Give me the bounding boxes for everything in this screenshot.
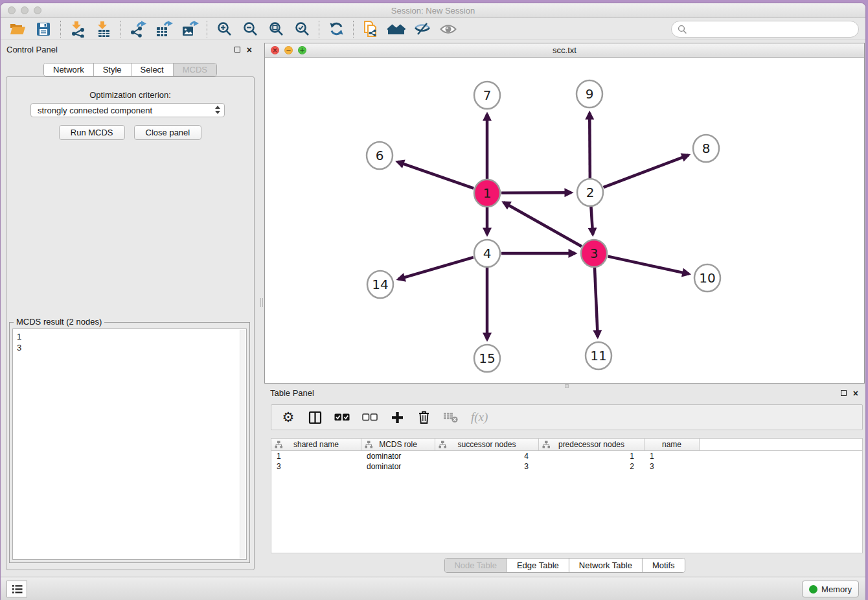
memory-status-icon <box>809 585 817 594</box>
cell-shared-name[interactable]: 1 <box>271 451 361 461</box>
graph-node-2[interactable]: 2 <box>577 179 603 206</box>
cell-name[interactable]: 1 <box>645 451 700 461</box>
table-tab-edge-table[interactable]: Edge Table <box>507 559 569 572</box>
network-canvas[interactable]: 7968124314101511 <box>265 58 864 383</box>
graph-node-4[interactable]: 4 <box>474 240 500 267</box>
zoom-selected-button[interactable] <box>289 19 315 39</box>
delete-column-button[interactable] <box>417 410 431 424</box>
table-row-1[interactable]: 3dominator323 <box>271 461 862 472</box>
graph-edge-3-11[interactable] <box>595 268 598 337</box>
hide-graphics-button[interactable] <box>409 19 435 39</box>
close-panel-icon[interactable]: × <box>247 45 252 55</box>
export-network-button[interactable] <box>125 19 151 39</box>
graph-edge-3-1[interactable] <box>503 202 582 246</box>
zoom-fit-button[interactable] <box>263 19 289 39</box>
export-table-button[interactable] <box>151 19 177 39</box>
open-session-button[interactable] <box>5 19 30 39</box>
export-image-button[interactable] <box>177 19 203 39</box>
toolbar-separator <box>120 21 121 38</box>
graph-edge-2-9[interactable] <box>589 113 590 178</box>
show-graphics-button[interactable] <box>435 19 461 39</box>
home-button[interactable] <box>383 19 409 39</box>
graph-node-3[interactable]: 3 <box>581 240 607 267</box>
graph-node-10[interactable]: 10 <box>694 264 720 292</box>
cell-successor-nodes[interactable]: 3 <box>435 461 539 472</box>
cell-shared-name[interactable]: 3 <box>271 461 361 472</box>
zoom-out-button[interactable] <box>237 19 263 39</box>
select-all-button[interactable] <box>334 413 350 421</box>
graph-node-6[interactable]: 6 <box>367 142 393 169</box>
graph-node-15[interactable]: 15 <box>474 345 500 372</box>
table-tab-node-table[interactable]: Node Table <box>444 559 507 572</box>
cell-predecessor-nodes[interactable]: 1 <box>539 451 645 461</box>
import-table-button[interactable] <box>91 19 117 39</box>
add-column-button[interactable] <box>390 411 404 424</box>
tab-mcds[interactable]: MCDS <box>173 63 216 76</box>
function-builder-button[interactable]: f(x) <box>471 410 488 424</box>
graph-edge-2-3[interactable] <box>591 207 593 235</box>
toolbar-separator <box>60 21 61 38</box>
hierarchy-icon <box>439 441 446 448</box>
cell-name[interactable]: 3 <box>645 461 700 472</box>
graph-node-8[interactable]: 8 <box>693 135 719 162</box>
apply-layout-button[interactable] <box>323 19 349 39</box>
table-tab-network-table[interactable]: Network Table <box>569 559 642 572</box>
table-panel-title: Table Panel <box>270 388 314 398</box>
graph-edge-2-8[interactable] <box>604 155 689 187</box>
mcds-result-text[interactable]: 13 <box>12 329 247 560</box>
column-visibility-button[interactable] <box>308 411 322 424</box>
close-panel-button[interactable]: Close panel <box>134 125 202 140</box>
search-input[interactable] <box>687 25 852 34</box>
deselect-all-button[interactable] <box>362 413 378 421</box>
graph-node-14[interactable]: 14 <box>367 271 393 298</box>
close-table-panel-icon[interactable]: × <box>853 388 858 398</box>
cell-mcds-role[interactable]: dominator <box>361 461 435 472</box>
table-toolbar: ⚙ <box>271 404 863 430</box>
save-session-button[interactable] <box>30 19 56 39</box>
column-header-predecessor-nodes[interactable]: predecessor nodes <box>539 439 645 450</box>
export-table-icon <box>155 21 173 38</box>
column-header-shared-name[interactable]: shared name <box>271 439 361 450</box>
delete-table-button[interactable] <box>443 411 459 423</box>
cell-predecessor-nodes[interactable]: 2 <box>539 461 645 472</box>
tab-select[interactable]: Select <box>131 63 173 76</box>
toolbar-separator <box>353 21 354 38</box>
tab-style[interactable]: Style <box>93 63 131 76</box>
graph-edge-1-2[interactable] <box>501 192 571 193</box>
cell-mcds-role[interactable]: dominator <box>361 451 435 461</box>
graph-node-9[interactable]: 9 <box>577 80 602 108</box>
graph-edge-3-10[interactable] <box>608 257 689 274</box>
criterion-select[interactable]: strongly connected component <box>30 103 225 117</box>
float-panel-icon[interactable] <box>234 47 240 52</box>
copy-network-button[interactable] <box>358 19 383 39</box>
cell-successor-nodes[interactable]: 4 <box>435 451 539 461</box>
table-row-0[interactable]: 1dominator411 <box>271 451 862 461</box>
result-scrollbar[interactable] <box>240 330 246 559</box>
column-header-name[interactable]: name <box>645 439 700 450</box>
graph-node-7[interactable]: 7 <box>474 82 500 109</box>
graph-node-11[interactable]: 11 <box>586 342 611 369</box>
run-mcds-button[interactable]: Run MCDS <box>59 125 125 140</box>
main-region: Control Panel × NetworkStyleSelectMCDS O… <box>1 40 865 577</box>
search-box[interactable] <box>671 21 859 38</box>
column-header-successor-nodes[interactable]: successor nodes <box>435 439 539 450</box>
graph-edge-1-6[interactable] <box>397 162 474 189</box>
graph-edge-4-14[interactable] <box>398 257 474 279</box>
tab-network[interactable]: Network <box>44 63 93 76</box>
toolbar-separator <box>207 21 207 38</box>
zoom-in-button[interactable] <box>211 19 237 39</box>
graph-node-1[interactable]: 1 <box>474 179 500 207</box>
table-tab-motifs[interactable]: Motifs <box>642 559 685 572</box>
column-header-mcds-role[interactable]: MCDS role <box>361 439 435 450</box>
table-header-row: shared nameMCDS rolesuccessor nodesprede… <box>271 439 862 451</box>
memory-button[interactable]: Memory <box>802 581 859 597</box>
task-history-button[interactable] <box>6 581 27 597</box>
column-label: MCDS role <box>379 440 417 449</box>
import-network-button[interactable] <box>65 19 91 39</box>
svg-text:15: 15 <box>479 351 495 366</box>
panel-splitter[interactable] <box>260 40 264 577</box>
float-table-panel-icon[interactable] <box>841 390 847 396</box>
zoom-out-icon <box>242 21 258 37</box>
table-settings-button[interactable]: ⚙ <box>281 411 295 424</box>
mcds-result-title: MCDS result (2 nodes) <box>14 317 104 327</box>
